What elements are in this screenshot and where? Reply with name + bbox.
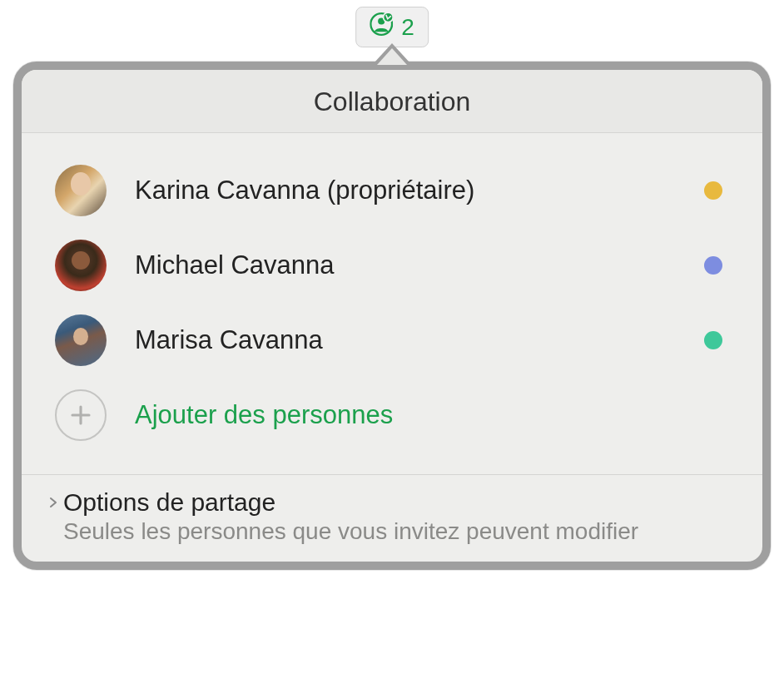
collaboration-popover: Collaboration Karina Cavanna (propriétai…	[13, 53, 771, 570]
plus-circle-icon	[55, 389, 107, 441]
avatar	[55, 165, 107, 216]
status-dot-icon	[704, 331, 722, 349]
avatar	[55, 314, 107, 366]
popover-header: Collaboration	[22, 70, 762, 133]
popover-arrow	[377, 48, 407, 65]
share-options-button[interactable]: Options de partage Seules les personnes …	[22, 474, 762, 562]
avatar	[55, 240, 107, 291]
add-people-label: Ajouter des personnes	[135, 400, 393, 430]
participants-list: Karina Cavanna (propriétaire) Michael Ca…	[22, 133, 762, 474]
participant-row[interactable]: Marisa Cavanna	[48, 303, 736, 378]
status-dot-icon	[704, 256, 722, 275]
share-options-subtitle: Seules les personnes que vous invitez pe…	[63, 518, 737, 545]
participant-name: Marisa Cavanna	[135, 325, 704, 355]
participant-name: Karina Cavanna (propriétaire)	[135, 176, 704, 205]
share-options-title: Options de partage	[63, 488, 275, 517]
participant-count: 2	[401, 14, 414, 41]
participant-row-owner[interactable]: Karina Cavanna (propriétaire)	[48, 153, 736, 228]
person-badge-icon	[370, 12, 393, 42]
status-dot-icon	[704, 181, 722, 200]
participant-row[interactable]: Michael Cavanna	[48, 228, 736, 303]
chevron-right-icon	[47, 496, 60, 509]
participant-name: Michael Cavanna	[135, 250, 704, 280]
add-people-button[interactable]: Ajouter des personnes	[48, 378, 736, 458]
popover-title: Collaboration	[22, 87, 762, 117]
collaboration-toolbar-button[interactable]: 2	[355, 7, 429, 47]
svg-point-2	[384, 12, 394, 22]
